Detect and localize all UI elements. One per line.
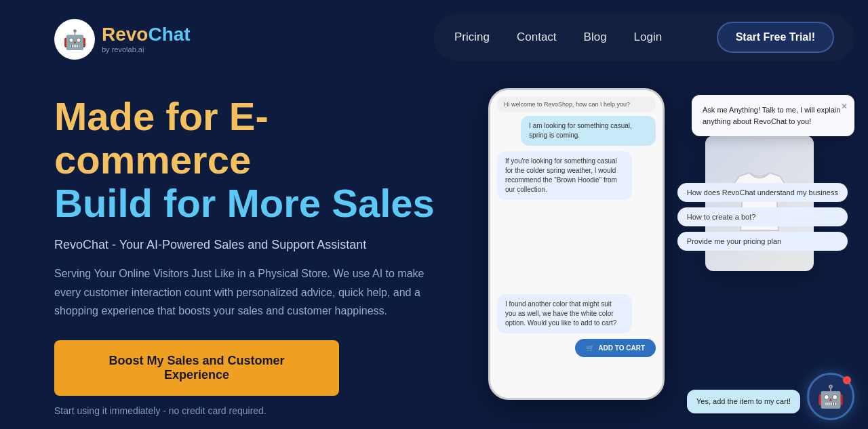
add-to-cart-button[interactable]: 🛒 ADD TO CART bbox=[575, 339, 656, 357]
start-trial-button[interactable]: Start Free Trial! bbox=[717, 22, 834, 53]
nav-blog[interactable]: Blog bbox=[584, 30, 607, 44]
logo-icon: 🤖 bbox=[54, 19, 95, 60]
bot-avatar[interactable]: 🤖 bbox=[807, 373, 854, 420]
suggestion-pills: How does RevoChat understand my business… bbox=[677, 183, 848, 251]
chat-bot-1: If you're looking for something casual f… bbox=[497, 151, 632, 200]
chat-bot-2: I found another color that might suit yo… bbox=[497, 294, 632, 333]
hero-description: Serving Your Online Visitors Just Like i… bbox=[54, 264, 434, 320]
yes-bubble: Yes, add the item to my cart! bbox=[687, 390, 800, 413]
logo-revo: Revo bbox=[102, 24, 148, 45]
logo-name: RevoChat bbox=[102, 25, 191, 44]
ask-box: ✕ Ask me Anything! Talk to me, I will ex… bbox=[692, 95, 854, 136]
bot-icon: 🤖 bbox=[817, 384, 844, 409]
nav-pricing[interactable]: Pricing bbox=[454, 30, 490, 44]
nav-contact[interactable]: Contact bbox=[517, 30, 557, 44]
hero-title-1: Made for E-commerce bbox=[54, 95, 461, 182]
nav-login[interactable]: Login bbox=[634, 30, 663, 44]
ask-box-text: Ask me Anything! Talk to me, I will expl… bbox=[703, 106, 840, 125]
chat-user-1: I am looking for something casual, sprin… bbox=[521, 116, 656, 146]
cta-button[interactable]: Boost My Sales and Customer Experience bbox=[54, 340, 339, 396]
pill-2[interactable]: How to create a bot? bbox=[677, 207, 848, 226]
phone-bottom-section: I found another color that might suit yo… bbox=[497, 294, 656, 357]
add-cart-row: 🛒 ADD TO CART bbox=[497, 339, 656, 357]
phone-screen: Hi welcome to RevoShop, how can I help y… bbox=[490, 90, 663, 398]
cta-note: Start using it immediately - no credit c… bbox=[54, 405, 461, 416]
nav-links: Pricing Contact Blog Login bbox=[454, 30, 662, 44]
logo-chat: Chat bbox=[148, 24, 190, 45]
add-cart-label: ADD TO CART bbox=[598, 344, 645, 352]
hero-section: Made for E-commerce Build for More Sales… bbox=[54, 95, 461, 416]
logo-sub: by revolab.ai bbox=[102, 45, 191, 54]
cart-icon: 🛒 bbox=[586, 344, 594, 352]
pill-1[interactable]: How does RevoChat understand my business bbox=[677, 183, 848, 202]
hero-title-2: Build for More Sales bbox=[54, 182, 461, 225]
phone-mockup: Hi welcome to RevoShop, how can I help y… bbox=[488, 88, 665, 400]
pill-3[interactable]: Provide me your pricing plan bbox=[677, 232, 848, 251]
chat-welcome: Hi welcome to RevoShop, how can I help y… bbox=[497, 97, 656, 112]
logo: 🤖 RevoChat by revolab.ai bbox=[54, 19, 191, 60]
hero-subtitle: RevoChat - Your AI-Powered Sales and Sup… bbox=[54, 238, 461, 252]
logo-text: RevoChat by revolab.ai bbox=[102, 25, 191, 54]
notification-dot bbox=[843, 376, 851, 384]
close-icon[interactable]: ✕ bbox=[841, 100, 848, 113]
navbar: Pricing Contact Blog Login Start Free Tr… bbox=[434, 14, 854, 61]
illustration: Hi welcome to RevoShop, how can I help y… bbox=[448, 68, 854, 420]
